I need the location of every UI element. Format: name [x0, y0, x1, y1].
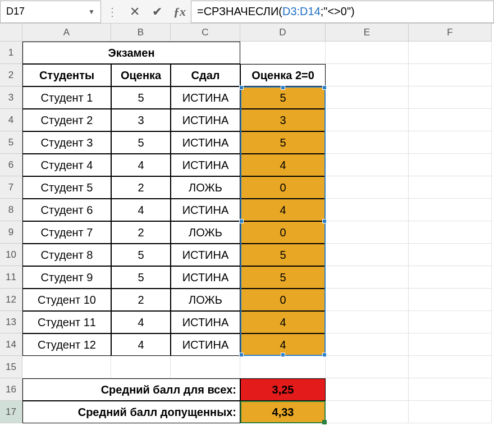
- cell-E5[interactable]: [326, 131, 409, 154]
- cell-B9[interactable]: 2: [111, 221, 171, 244]
- cell-F2[interactable]: [409, 64, 492, 86]
- cell-B4[interactable]: 3: [111, 109, 171, 131]
- cell-C11[interactable]: ИСТИНА: [171, 266, 240, 289]
- cell-F17[interactable]: [409, 401, 492, 423]
- row-header-11[interactable]: 11: [0, 266, 22, 289]
- formula-input[interactable]: =СРЗНАЧЕСЛИ(D3:D14;"<>0"): [191, 1, 494, 23]
- cell-D17[interactable]: 4,33: [240, 401, 326, 423]
- cell-A12[interactable]: Студент 10: [22, 289, 111, 311]
- cell-D6[interactable]: 4: [240, 154, 326, 176]
- row-header-12[interactable]: 12: [0, 289, 22, 311]
- cell-F15[interactable]: [409, 356, 492, 378]
- cell-A7[interactable]: Студент 5: [22, 176, 111, 199]
- cell-E11[interactable]: [326, 266, 409, 289]
- cell-B12[interactable]: 2: [111, 289, 171, 311]
- cell-B6[interactable]: 4: [111, 154, 171, 176]
- cell-A6[interactable]: Студент 4: [22, 154, 111, 176]
- cell-A14[interactable]: Студент 12: [22, 333, 111, 356]
- row-header-4[interactable]: 4: [0, 109, 22, 131]
- cell-F6[interactable]: [409, 154, 492, 176]
- row-header-3[interactable]: 3: [0, 86, 22, 109]
- chevron-down-icon[interactable]: ▼: [88, 8, 95, 16]
- cell-D13[interactable]: 4: [240, 311, 326, 333]
- cell-D12[interactable]: 0: [240, 289, 326, 311]
- cell-F8[interactable]: [409, 199, 492, 221]
- cell-A1-merged-title[interactable]: Экзамен: [22, 42, 240, 64]
- cell-D5[interactable]: 5: [240, 131, 326, 154]
- row-header-8[interactable]: 8: [0, 199, 22, 221]
- cell-E6[interactable]: [326, 154, 409, 176]
- cell-C4[interactable]: ИСТИНА: [171, 109, 240, 131]
- cell-A9[interactable]: Студент 7: [22, 221, 111, 244]
- cell-B5[interactable]: 5: [111, 131, 171, 154]
- cell-B15[interactable]: [111, 356, 171, 378]
- cell-D15[interactable]: [240, 356, 326, 378]
- cell-A5[interactable]: Студент 3: [22, 131, 111, 154]
- cell-B14[interactable]: 4: [111, 333, 171, 356]
- cell-E9[interactable]: [326, 221, 409, 244]
- cell-D8[interactable]: 4: [240, 199, 326, 221]
- cell-B11[interactable]: 5: [111, 266, 171, 289]
- cell-D7[interactable]: 0: [240, 176, 326, 199]
- cell-F13[interactable]: [409, 311, 492, 333]
- col-header-E[interactable]: E: [326, 24, 409, 42]
- accept-formula-button[interactable]: ✔: [146, 1, 168, 23]
- cell-D4[interactable]: 3: [240, 109, 326, 131]
- cell-B10[interactable]: 5: [111, 244, 171, 266]
- cell-F7[interactable]: [409, 176, 492, 199]
- row-header-6[interactable]: 6: [0, 154, 22, 176]
- col-header-F[interactable]: F: [409, 24, 492, 42]
- col-header-B[interactable]: B: [111, 24, 171, 42]
- cell-C10[interactable]: ИСТИНА: [171, 244, 240, 266]
- row-header-16[interactable]: 16: [0, 378, 22, 401]
- cell-E16[interactable]: [326, 378, 409, 401]
- cell-E2[interactable]: [326, 64, 409, 86]
- cell-E15[interactable]: [326, 356, 409, 378]
- cell-F1[interactable]: [409, 42, 492, 64]
- cell-D9[interactable]: 0: [240, 221, 326, 244]
- cell-E3[interactable]: [326, 86, 409, 109]
- cell-F16[interactable]: [409, 378, 492, 401]
- cell-D10[interactable]: 5: [240, 244, 326, 266]
- cell-A3[interactable]: Студент 1: [22, 86, 111, 109]
- cell-A13[interactable]: Студент 11: [22, 311, 111, 333]
- cell-A4[interactable]: Студент 2: [22, 109, 111, 131]
- cell-F5[interactable]: [409, 131, 492, 154]
- cell-E10[interactable]: [326, 244, 409, 266]
- cell-F14[interactable]: [409, 333, 492, 356]
- row-header-10[interactable]: 10: [0, 244, 22, 266]
- row-header-15[interactable]: 15: [0, 356, 22, 378]
- cell-D1[interactable]: [240, 42, 326, 64]
- cell-F9[interactable]: [409, 221, 492, 244]
- row-header-5[interactable]: 5: [0, 131, 22, 154]
- col-header-C[interactable]: C: [171, 24, 240, 42]
- cell-A2[interactable]: Студенты: [22, 64, 111, 86]
- row-header-13[interactable]: 13: [0, 311, 22, 333]
- cell-E1[interactable]: [326, 42, 409, 64]
- cell-E4[interactable]: [326, 109, 409, 131]
- cell-C7[interactable]: ЛОЖЬ: [171, 176, 240, 199]
- cell-F10[interactable]: [409, 244, 492, 266]
- cell-A8[interactable]: Студент 6: [22, 199, 111, 221]
- cell-C2[interactable]: Сдал: [171, 64, 240, 86]
- cell-C6[interactable]: ИСТИНА: [171, 154, 240, 176]
- cell-C9[interactable]: ЛОЖЬ: [171, 221, 240, 244]
- name-box[interactable]: D17 ▼: [0, 1, 101, 23]
- cell-B7[interactable]: 2: [111, 176, 171, 199]
- cell-C8[interactable]: ИСТИНА: [171, 199, 240, 221]
- cell-C15[interactable]: [171, 356, 240, 378]
- cell-B3[interactable]: 5: [111, 86, 171, 109]
- cell-F3[interactable]: [409, 86, 492, 109]
- row-header-7[interactable]: 7: [0, 176, 22, 199]
- col-header-D[interactable]: D: [240, 24, 326, 42]
- row-header-9[interactable]: 9: [0, 221, 22, 244]
- row-header-1[interactable]: 1: [0, 42, 22, 64]
- cell-D3[interactable]: 5: [240, 86, 326, 109]
- cell-F12[interactable]: [409, 289, 492, 311]
- col-header-A[interactable]: A: [22, 24, 111, 42]
- cell-C13[interactable]: ИСТИНА: [171, 311, 240, 333]
- cell-B2[interactable]: Оценка: [111, 64, 171, 86]
- cell-F11[interactable]: [409, 266, 492, 289]
- cell-B13[interactable]: 4: [111, 311, 171, 333]
- row-header-14[interactable]: 14: [0, 333, 22, 356]
